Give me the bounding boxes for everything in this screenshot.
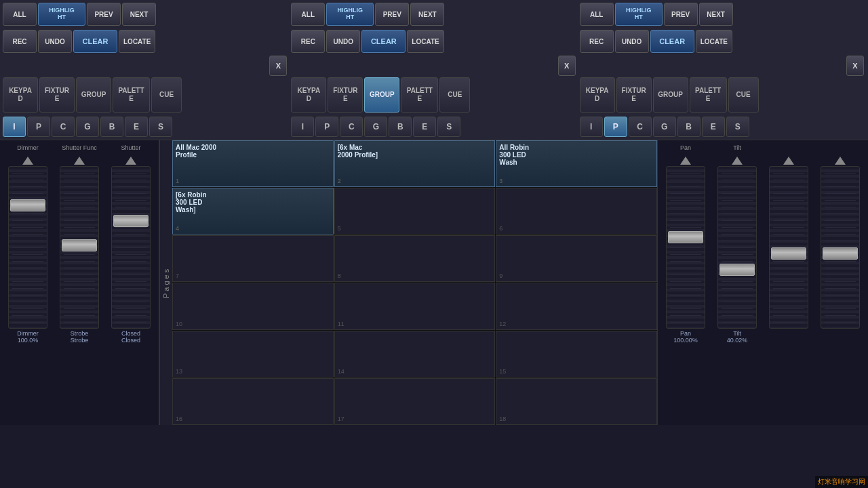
- dimmer-label: Dimmer: [17, 144, 39, 155]
- panel1-letter-I[interactable]: I: [3, 117, 26, 137]
- group-cell-4-label: [6x Robin300 LEDWash]: [176, 191, 207, 214]
- group-cell-6[interactable]: 6: [496, 188, 657, 235]
- panel1-x-btn[interactable]: X: [269, 56, 287, 76]
- panel2-letter-S[interactable]: S: [437, 117, 460, 137]
- panel2-all-btn[interactable]: ALL: [291, 3, 325, 26]
- panel2-letter-I[interactable]: I: [291, 117, 314, 137]
- panel3-undo-btn[interactable]: UNDO: [615, 30, 649, 53]
- panel2-tab-cue[interactable]: CUE: [439, 77, 470, 113]
- group-cell-1[interactable]: All Mac 2000Profile 1: [172, 140, 334, 187]
- group-cell-12-num: 12: [499, 321, 506, 327]
- panel2-highlight-btn[interactable]: HIGHLIGHT: [326, 3, 374, 26]
- panel3-letter-S[interactable]: S: [726, 117, 749, 137]
- fader-tilt: Tilt Tilt40.02%: [712, 143, 762, 422]
- group-cell-18[interactable]: 18: [496, 378, 657, 425]
- panel2-rec-btn[interactable]: REC: [291, 30, 325, 53]
- panel1-all-btn[interactable]: ALL: [3, 3, 37, 26]
- panel1-letter-C[interactable]: C: [52, 117, 75, 137]
- panel3-letter-B[interactable]: B: [677, 117, 701, 137]
- panel1-next-btn[interactable]: NEXT: [122, 3, 156, 26]
- pan-value: Pan100.00%: [673, 330, 698, 344]
- panel3-letter-C[interactable]: C: [629, 117, 652, 137]
- panel1-rec-btn[interactable]: REC: [3, 30, 37, 53]
- panel3-prev-btn[interactable]: PREV: [664, 3, 698, 26]
- panel1-letter-G[interactable]: G: [76, 117, 99, 137]
- panel2-clear-btn[interactable]: CLEAR: [361, 30, 406, 53]
- panel2-letter-G[interactable]: G: [364, 117, 387, 137]
- group-cell-4[interactable]: [6x Robin300 LEDWash] 4: [172, 188, 334, 235]
- panel2-letter-P[interactable]: P: [315, 117, 338, 137]
- panel3-tab-group[interactable]: GROUP: [653, 77, 688, 113]
- group-cell-13-num: 13: [176, 368, 182, 375]
- group-cell-3[interactable]: All Robin300 LEDWash 3: [496, 140, 657, 187]
- group-cell-14[interactable]: 14: [334, 331, 496, 378]
- shutter-value: ClosedClosed: [121, 330, 140, 344]
- group-cell-13[interactable]: 13: [172, 331, 334, 378]
- panel3-tab-keypad[interactable]: KEYPAD: [580, 77, 615, 113]
- panel3-next-btn[interactable]: NEXT: [699, 3, 733, 26]
- panel1-tab-group[interactable]: GROUP: [76, 77, 111, 113]
- group-cell-7[interactable]: 7: [172, 235, 334, 282]
- fader-extra2-body[interactable]: [821, 166, 860, 329]
- panel2-locate-btn[interactable]: LOCATE: [407, 30, 443, 53]
- panel1-undo-btn[interactable]: UNDO: [38, 30, 72, 53]
- panel1-clear-btn[interactable]: CLEAR: [73, 30, 117, 53]
- panel1-letter-B[interactable]: B: [100, 117, 123, 137]
- panel2-tab-group[interactable]: GROUP: [364, 77, 399, 113]
- panel1-tab-keypad[interactable]: KEYPAD: [3, 77, 38, 113]
- panel3-letter-G[interactable]: G: [653, 117, 676, 137]
- panel2-prev-btn[interactable]: PREV: [375, 3, 409, 26]
- shutter-func-fader[interactable]: [60, 166, 99, 329]
- group-cell-14-num: 14: [338, 368, 344, 375]
- group-cell-15-num: 15: [499, 368, 506, 375]
- panel2-letter-E[interactable]: E: [413, 117, 436, 137]
- group-cell-2-label: [6x Mac2000 Profile]: [338, 144, 378, 159]
- panel2-tab-keypad[interactable]: KEYPAD: [291, 77, 326, 113]
- panel1-prev-btn[interactable]: PREV: [87, 3, 121, 26]
- panel1-tab-fixture[interactable]: FIXTURE: [39, 77, 75, 113]
- panel2-undo-btn[interactable]: UNDO: [326, 30, 360, 53]
- panel3-letter-I[interactable]: I: [580, 117, 603, 137]
- panel1-tab-palette[interactable]: PALETTE: [113, 77, 150, 113]
- dimmer-fader[interactable]: [8, 166, 47, 329]
- panel1-tab-cue[interactable]: CUE: [151, 77, 182, 113]
- panel1-locate-btn[interactable]: LOCATE: [119, 30, 155, 53]
- panel3-tab-cue[interactable]: CUE: [728, 77, 759, 113]
- panel3-rec-btn[interactable]: REC: [580, 30, 614, 53]
- panel3-all-btn[interactable]: ALL: [580, 3, 614, 26]
- panel3-locate-btn[interactable]: LOCATE: [696, 30, 732, 53]
- group-cell-8[interactable]: 8: [334, 235, 496, 282]
- panel2-next-btn[interactable]: NEXT: [410, 3, 444, 26]
- panel1-letter-S[interactable]: S: [149, 117, 172, 137]
- panel1-highlight-btn[interactable]: HIGHLIGHT: [38, 3, 85, 26]
- panel3-clear-btn[interactable]: CLEAR: [650, 30, 694, 53]
- pan-fader[interactable]: [666, 166, 705, 329]
- panel3-letter-P[interactable]: P: [604, 117, 627, 137]
- group-cell-15[interactable]: 15: [496, 331, 657, 378]
- panel2-letter-B[interactable]: B: [389, 117, 412, 137]
- panel2-x-btn[interactable]: X: [558, 56, 576, 76]
- panel1-letter-P[interactable]: P: [27, 117, 50, 137]
- group-cell-16[interactable]: 16: [172, 378, 334, 425]
- panel3-letter-E[interactable]: E: [702, 117, 725, 137]
- fader-extra2: [815, 143, 865, 422]
- group-cell-2[interactable]: [6x Mac2000 Profile] 2: [334, 140, 496, 187]
- panel3-tab-fixture[interactable]: FIXTURE: [616, 77, 652, 113]
- group-cell-5-num: 5: [338, 225, 341, 232]
- group-cell-12[interactable]: 12: [496, 283, 657, 329]
- panel3-x-btn[interactable]: X: [846, 56, 864, 76]
- group-cell-5[interactable]: 5: [334, 188, 496, 235]
- panel2-tab-fixture[interactable]: FIXTURE: [328, 77, 363, 113]
- group-cell-10[interactable]: 10: [172, 283, 334, 329]
- panel2-letter-C[interactable]: C: [340, 117, 363, 137]
- group-cell-11[interactable]: 11: [334, 283, 496, 329]
- panel3-highlight-btn[interactable]: HIGHLIGHT: [615, 3, 663, 26]
- panel1-letter-E[interactable]: E: [125, 117, 148, 137]
- panel3-tab-palette[interactable]: PALETTE: [690, 77, 727, 113]
- tilt-fader[interactable]: [717, 166, 757, 329]
- panel2-tab-palette[interactable]: PALETTE: [401, 77, 438, 113]
- fader-extra1-body[interactable]: [769, 166, 808, 329]
- group-cell-9[interactable]: 9: [496, 235, 657, 282]
- shutter-fader[interactable]: [111, 166, 151, 329]
- group-cell-17[interactable]: 17: [334, 378, 496, 425]
